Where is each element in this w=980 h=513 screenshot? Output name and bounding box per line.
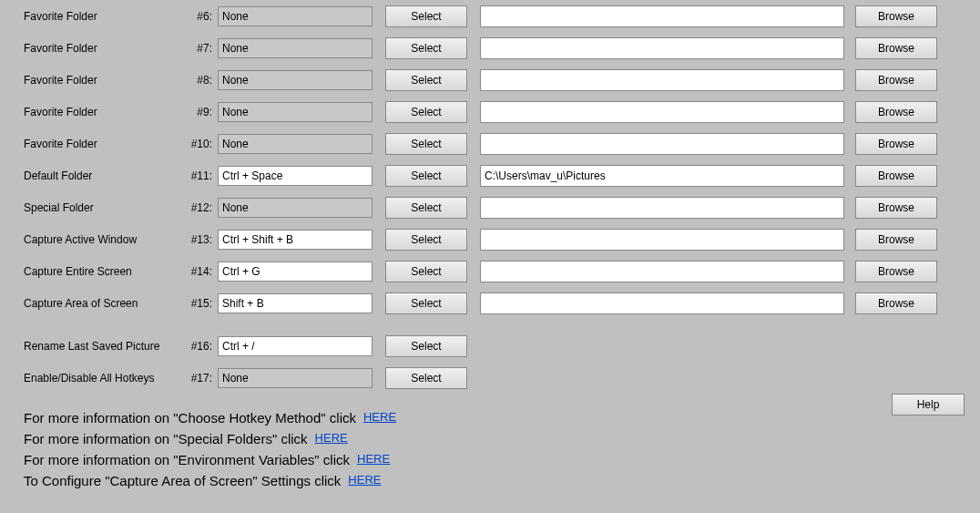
select-button[interactable]: Select <box>385 37 467 59</box>
row-label: Favorite Folder <box>24 42 183 55</box>
path-input[interactable] <box>480 101 844 123</box>
info-text: For more information on "Special Folders… <box>24 431 308 446</box>
select-button[interactable]: Select <box>385 165 467 187</box>
hotkey-input[interactable] <box>218 262 373 282</box>
config-row: Enable/Disable All Hotkeys#17:Select <box>0 362 980 394</box>
config-row: Favorite Folder#8:SelectBrowse <box>0 64 980 96</box>
config-row: Capture Active Window#13:SelectBrowse <box>0 223 980 255</box>
hotkey-input[interactable] <box>218 336 373 356</box>
path-input[interactable] <box>480 261 844 282</box>
row-label: Special Folder <box>24 201 183 214</box>
row-number: #11: <box>183 169 218 182</box>
hotkey-input[interactable] <box>218 166 373 186</box>
info-line: For more information on "Choose Hotkey M… <box>24 410 980 426</box>
config-row: Default Folder#11:SelectBrowse <box>0 159 980 191</box>
hotkey-input[interactable] <box>218 198 373 218</box>
path-input[interactable] <box>480 229 844 251</box>
browse-button[interactable]: Browse <box>855 101 937 123</box>
row-number: #13: <box>183 233 218 246</box>
row-label: Favorite Folder <box>24 74 183 87</box>
select-button[interactable]: Select <box>385 5 467 27</box>
row-number: #10: <box>183 138 218 150</box>
info-text: For more information on "Environment Var… <box>24 452 350 467</box>
path-input[interactable] <box>480 69 844 91</box>
row-label: Default Folder <box>24 169 183 182</box>
browse-button[interactable]: Browse <box>855 5 937 27</box>
hotkey-input[interactable] <box>218 230 373 250</box>
row-label: Rename Last Saved Picture <box>24 340 183 353</box>
row-number: #16: <box>183 340 218 353</box>
row-number: #14: <box>183 265 218 278</box>
browse-button[interactable]: Browse <box>855 133 937 155</box>
select-button[interactable]: Select <box>385 335 467 357</box>
select-button[interactable]: Select <box>385 133 467 155</box>
row-label: Capture Area of Screen <box>24 297 183 310</box>
info-link[interactable]: HERE <box>348 473 381 487</box>
hotkey-input[interactable] <box>218 70 373 90</box>
select-button[interactable]: Select <box>385 197 467 219</box>
info-link[interactable]: HERE <box>315 431 348 445</box>
hotkey-input[interactable] <box>218 102 373 122</box>
row-label: Enable/Disable All Hotkeys <box>24 372 183 385</box>
select-button[interactable]: Select <box>385 261 467 282</box>
hotkey-input[interactable] <box>218 293 373 313</box>
hotkey-input[interactable] <box>218 368 373 388</box>
browse-button[interactable]: Browse <box>855 261 937 282</box>
info-text: To Configure "Capture Area of Screen" Se… <box>24 473 341 488</box>
config-row: Favorite Folder#6:SelectBrowse <box>0 0 980 32</box>
config-row: Rename Last Saved Picture#16:Select <box>0 330 980 362</box>
help-button[interactable]: Help <box>892 394 965 416</box>
row-number: #6: <box>183 10 218 23</box>
config-row: Capture Area of Screen#15:SelectBrowse <box>0 287 980 319</box>
row-label: Favorite Folder <box>24 106 183 118</box>
browse-button[interactable]: Browse <box>855 229 937 251</box>
row-label: Capture Entire Screen <box>24 265 183 278</box>
info-text: For more information on "Choose Hotkey M… <box>24 410 356 426</box>
info-link[interactable]: HERE <box>357 452 390 466</box>
select-button[interactable]: Select <box>385 229 467 251</box>
browse-button[interactable]: Browse <box>855 165 937 187</box>
row-number: #12: <box>183 201 218 214</box>
select-button[interactable]: Select <box>385 69 467 91</box>
browse-button[interactable]: Browse <box>855 37 937 59</box>
config-row: Favorite Folder#9:SelectBrowse <box>0 96 980 128</box>
browse-button[interactable]: Browse <box>855 292 937 314</box>
hotkey-input[interactable] <box>218 38 373 58</box>
path-input[interactable] <box>480 197 844 219</box>
select-button[interactable]: Select <box>385 367 467 389</box>
info-line: To Configure "Capture Area of Screen" Se… <box>24 473 980 488</box>
browse-button[interactable]: Browse <box>855 197 937 219</box>
row-number: #7: <box>183 42 218 55</box>
row-label: Favorite Folder <box>24 10 183 23</box>
select-button[interactable]: Select <box>385 101 467 123</box>
row-label: Capture Active Window <box>24 233 183 246</box>
row-number: #15: <box>183 297 218 310</box>
row-number: #9: <box>183 106 218 118</box>
config-row: Special Folder#12:SelectBrowse <box>0 191 980 223</box>
select-button[interactable]: Select <box>385 292 467 314</box>
path-input[interactable] <box>480 37 844 59</box>
hotkey-input[interactable] <box>218 6 373 26</box>
info-line: For more information on "Special Folders… <box>24 431 980 446</box>
config-row: Favorite Folder#10:SelectBrowse <box>0 128 980 159</box>
config-row: Capture Entire Screen#14:SelectBrowse <box>0 255 980 287</box>
browse-button[interactable]: Browse <box>855 69 937 91</box>
row-number: #8: <box>183 74 218 87</box>
path-input[interactable] <box>480 165 844 187</box>
config-row: Favorite Folder#7:SelectBrowse <box>0 32 980 64</box>
row-number: #17: <box>183 372 218 385</box>
hotkey-input[interactable] <box>218 134 373 154</box>
info-link[interactable]: HERE <box>363 410 396 424</box>
row-label: Favorite Folder <box>24 138 183 150</box>
info-line: For more information on "Environment Var… <box>24 452 980 467</box>
path-input[interactable] <box>480 133 844 155</box>
path-input[interactable] <box>480 292 844 314</box>
path-input[interactable] <box>480 5 844 27</box>
